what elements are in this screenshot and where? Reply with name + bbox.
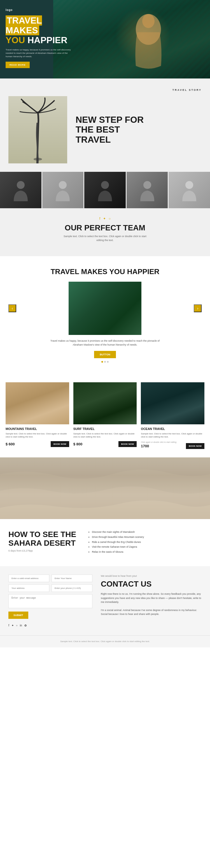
sahara-left: HOW TO SEE THE SAHARA DESERT 6 days from…	[8, 530, 76, 552]
slider-description: Travel makes us happy, because it promis…	[49, 339, 161, 347]
ocean-card: OCEAN TRAVEL Sample text. Click to selec…	[141, 382, 204, 449]
hero-title-highlight: TRAVEL MAKES	[6, 16, 42, 35]
mountains-book-button[interactable]: BOOK NOW	[51, 441, 69, 447]
slider-dots	[6, 361, 204, 363]
svg-point-7	[185, 181, 193, 189]
sahara-list: Discover the main sights of Marrakesh Dr…	[88, 530, 202, 555]
desert-section	[0, 457, 210, 519]
ocean-card-title: OCEAN TRAVEL	[141, 427, 204, 431]
sahara-list-item-3: Ride a camel through the Erg Chebbi dune…	[92, 540, 202, 544]
hero-description: Travel makes us happy, because it promis…	[6, 48, 73, 58]
svg-point-5	[101, 181, 109, 189]
mountains-card-footer: $ 600 BOOK NOW	[6, 441, 69, 447]
palm-tree-svg	[10, 97, 66, 163]
slider-prev-button[interactable]: ‹	[8, 304, 16, 312]
contact-right: We would love to hear from you! CONTACT …	[101, 575, 202, 627]
sahara-list-item-4: Visit the remote Saharan town of Zagora	[92, 545, 202, 549]
contact-facebook-icon[interactable]: f	[8, 624, 9, 627]
email-field[interactable]	[8, 575, 49, 582]
contact-section: Submit f ✦ ○ in ✿ We would love to hear …	[0, 566, 210, 636]
logo: logo	[6, 8, 73, 11]
desert-svg	[0, 457, 210, 519]
travel-story-inner: NEW STEP FOR THE BEST TRAVEL	[8, 96, 202, 163]
ocean-book-button[interactable]: BOOK NOW	[186, 443, 204, 449]
desert-texture	[0, 457, 210, 519]
name-field[interactable]	[51, 575, 93, 582]
surf-card-title: SURF TRAVEL	[73, 427, 137, 431]
mountains-card-image	[6, 382, 69, 424]
hero-content: logo TRAVEL MAKES YOU HAPPIER Travel mak…	[6, 8, 73, 68]
travel-story-section: TRAVEL STORY NEW STEP FOR	[0, 79, 210, 172]
footer: Sample text. Click to select the text bo…	[0, 636, 210, 647]
team-photo-1	[0, 172, 41, 208]
sahara-title: HOW TO SEE THE SAHARA DESERT	[8, 530, 76, 548]
contact-linkedin-icon[interactable]: in	[20, 624, 22, 627]
team-photo-3	[84, 172, 126, 208]
palm-image	[8, 96, 67, 163]
hero-model-svg	[120, 4, 176, 74]
surf-card-text: Sample text. Click to select the text bo…	[73, 432, 137, 438]
sahara-section: HOW TO SEE THE SAHARA DESERT 6 days from…	[0, 519, 210, 566]
ocean-card-text: Sample text. Click to select the text bo…	[141, 432, 204, 438]
contact-tagline: We would love to hear from you!	[101, 575, 202, 577]
dot-1[interactable]	[101, 361, 103, 363]
ocean-card-footer: 1700 BOOK NOW	[141, 443, 204, 449]
facebook-icon[interactable]: f	[99, 217, 100, 221]
slider-image	[69, 282, 141, 335]
contact-twitter-icon[interactable]: ✦	[11, 624, 14, 627]
team-section: f ✦ ○ OUR PERFECT TEAM Sample text. Clic…	[0, 172, 210, 256]
sahara-list-item-5: Relax in the oasis of Skoura	[92, 550, 202, 554]
svg-point-3	[17, 181, 25, 189]
footer-text: Sample text. Click to select the text bo…	[8, 640, 202, 643]
submit-button[interactable]: Submit	[8, 612, 28, 619]
phone-field[interactable]	[51, 584, 93, 592]
surf-card-image	[73, 382, 137, 424]
dot-3[interactable]	[107, 361, 109, 363]
slider-title: TRAVEL MAKES YOU HAPPIER	[6, 268, 204, 276]
ocean-card-price: 1700	[141, 444, 149, 448]
slider-button[interactable]: Button	[94, 351, 116, 358]
surf-book-button[interactable]: BOOK NOW	[118, 441, 137, 447]
travel-cards-section: MOUNTAINS TRAVEL Sample text. Click to s…	[0, 374, 210, 457]
svg-point-4	[59, 181, 67, 189]
instagram-icon[interactable]: ○	[109, 217, 111, 221]
travel-story-tag-wrapper: TRAVEL STORY	[8, 87, 202, 92]
dot-2[interactable]	[104, 361, 106, 363]
team-title: OUR PERFECT TEAM	[6, 223, 204, 232]
message-field[interactable]	[8, 594, 93, 608]
travel-story-tag: TRAVEL STORY	[173, 89, 202, 91]
contact-form-row-1	[8, 575, 93, 582]
mountains-card: MOUNTAINS TRAVEL Sample text. Click to s…	[6, 382, 69, 449]
hero-title-happier: HAPPIER	[28, 35, 67, 45]
mountains-card-text: Sample text. Click to select the text bo…	[6, 432, 69, 438]
mountains-card-title: MOUNTAINS TRAVEL	[6, 427, 69, 431]
contact-title: CONTACT US	[101, 580, 202, 589]
twitter-icon[interactable]: ✦	[103, 217, 106, 221]
team-description: Sample text. Click to select the text bo…	[63, 235, 147, 242]
sahara-list-item-2: Drive through beautiful Atlas Mountain s…	[92, 535, 202, 539]
team-photo-5	[169, 172, 210, 208]
person-silhouette-1	[12, 179, 29, 201]
team-social-icons: f ✦ ○	[6, 217, 204, 221]
contact-form-row-2	[8, 584, 93, 592]
contact-instagram-icon[interactable]: ○	[16, 624, 18, 627]
contact-pinterest-icon[interactable]: ✿	[24, 624, 27, 627]
mountains-card-price: $ 600	[6, 442, 15, 446]
person-silhouette-3	[97, 179, 113, 201]
hero-title: TRAVEL MAKES YOU HAPPIER	[6, 16, 73, 45]
sahara-subtitle: 6 days from £3,279pp	[8, 549, 76, 552]
sahara-list-item-1: Discover the main sights of Marrakesh	[92, 530, 202, 534]
slider-section: TRAVEL MAKES YOU HAPPIER ‹ › Travel make…	[0, 256, 210, 374]
read-more-button[interactable]: READ MORE	[6, 62, 30, 68]
team-center-content: f ✦ ○ OUR PERFECT TEAM Sample text. Clic…	[0, 214, 210, 248]
person-silhouette-2	[54, 179, 71, 201]
surf-card-price: $ 800	[73, 442, 82, 446]
hero-model	[109, 3, 187, 76]
slider-wrapper: ‹ ›	[6, 282, 204, 335]
person-silhouette-4	[139, 179, 156, 201]
address-field[interactable]	[8, 584, 49, 592]
surf-card-footer: $ 800 BOOK NOW	[73, 441, 137, 447]
hero-section: logo TRAVEL MAKES YOU HAPPIER Travel mak…	[0, 0, 210, 79]
team-photo-2	[42, 172, 84, 208]
slider-next-button[interactable]: ›	[194, 304, 202, 312]
